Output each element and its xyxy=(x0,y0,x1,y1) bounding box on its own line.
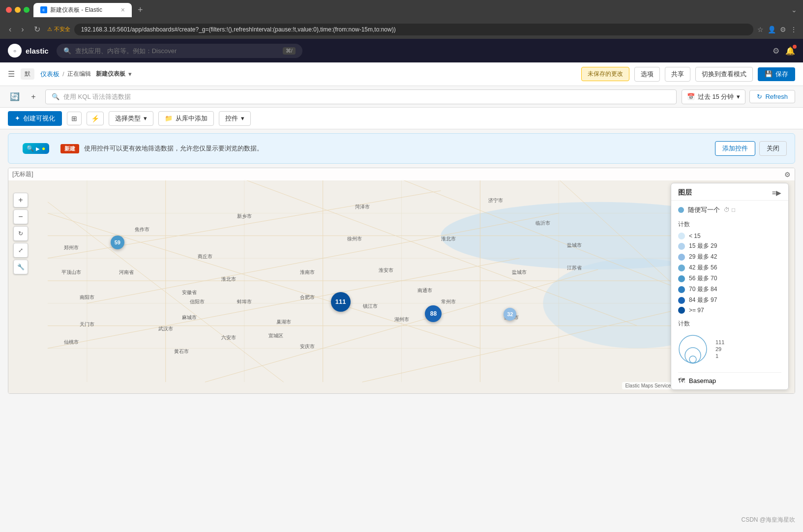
unsaved-changes-badge: 未保存的更改 xyxy=(581,67,629,81)
count-item-4: 56 最多 70 xyxy=(678,274,781,283)
rotate-btn[interactable]: ↻ xyxy=(13,226,28,241)
options-btn[interactable]: 选项 xyxy=(634,67,660,82)
count-item-3: 42 最多 56 xyxy=(678,264,781,272)
count-item-1: 15 最多 29 xyxy=(678,242,781,250)
create-visualization-btn[interactable]: ✦ 创建可视化 xyxy=(8,111,62,126)
tab-overflow-btn[interactable]: ⌄ xyxy=(791,6,797,14)
controls-banner: 🔍 ▶ ● 新建 使用控件可以更有效地筛选数据，允许您仅显示要浏览的数据。 添加… xyxy=(8,133,795,164)
count-label-5: 70 最多 84 xyxy=(689,285,717,294)
svg-text:天门市: 天门市 xyxy=(80,322,94,327)
svg-text:镇江市: 镇江市 xyxy=(362,303,378,309)
forward-btn[interactable]: › xyxy=(18,23,27,36)
global-search-input[interactable] xyxy=(75,47,279,55)
security-label: 不安全 xyxy=(54,26,70,33)
tab-close-btn[interactable]: × xyxy=(121,6,125,14)
notifications-icon[interactable]: 🔔 xyxy=(785,46,795,56)
breadcrumb-chevron[interactable]: ▾ xyxy=(128,70,132,78)
map-title-bar: [无标题] ⚙ xyxy=(8,168,795,180)
cluster-marker-111[interactable]: 111 xyxy=(331,292,351,312)
close-window-btn[interactable] xyxy=(6,7,12,13)
bookmark-icon[interactable]: ☆ xyxy=(757,26,764,33)
browser-tab[interactable]: E 新建仪表板 - Elastic × xyxy=(33,3,132,17)
svg-text:仙桃市: 仙桃市 xyxy=(64,339,79,345)
svg-text:安徽省: 安徽省 xyxy=(182,290,197,295)
expand-btn[interactable]: ⤢ xyxy=(13,243,28,258)
link-btn[interactable]: ⚡ xyxy=(87,112,104,125)
svg-text:武汉市: 武汉市 xyxy=(158,326,173,331)
legend-panel: 图层 ≡▶ 随便写一个 ⏱ □ 计数 < 15 15 最多 29 xyxy=(671,183,789,390)
count-label-3: 42 最多 56 xyxy=(689,264,717,272)
elastic-logo[interactable]: ○ elastic xyxy=(8,44,49,58)
zoom-in-btn[interactable]: + xyxy=(13,193,28,207)
breadcrumb-dashboards-link[interactable]: 仪表板 xyxy=(40,70,59,79)
svg-text:河南省: 河南省 xyxy=(119,269,134,275)
bubble-section: 计数 111 29 1 xyxy=(678,320,781,366)
save-btn[interactable]: 💾 保存 xyxy=(758,67,795,81)
select-type-label: 选择类型 xyxy=(115,114,141,123)
panel-settings-btn[interactable]: ⚙ xyxy=(784,171,791,178)
maximize-window-btn[interactable] xyxy=(24,7,30,13)
save-label: 保存 xyxy=(775,70,788,79)
from-library-btn[interactable]: 📁 从库中添加 xyxy=(158,111,214,126)
zoom-out-btn[interactable]: − xyxy=(13,209,28,224)
select-type-btn[interactable]: 选择类型 ▾ xyxy=(109,111,153,126)
time-chevron: ▾ xyxy=(737,93,740,100)
controls-btn[interactable]: 控件 ▾ xyxy=(219,111,251,126)
default-space-badge: 默 xyxy=(21,68,34,80)
svg-point-64 xyxy=(679,335,707,363)
back-btn[interactable]: ‹ xyxy=(6,23,14,36)
window-controls xyxy=(6,7,30,13)
legend-menu-btn[interactable]: ≡▶ xyxy=(772,189,781,197)
editing-label: 正在编辑 xyxy=(67,70,91,78)
layer-name: 随便写一个 xyxy=(688,206,720,214)
refresh-btn[interactable]: ↻ Refresh xyxy=(749,90,795,103)
search-icon: 🔍 xyxy=(52,93,59,100)
extension-icon[interactable]: ⚙ xyxy=(780,26,786,33)
add-filter-btn[interactable]: + xyxy=(27,90,40,104)
elastic-search-bar[interactable]: 🔍 ⌘/ xyxy=(57,44,302,58)
svg-text:江苏省: 江苏省 xyxy=(567,265,582,270)
hamburger-menu-btn[interactable]: ☰ xyxy=(8,69,15,79)
kql-filter-input[interactable]: 🔍 使用 KQL 语法筛选数据 xyxy=(45,89,677,104)
map-panel: [无标题] ⚙ xyxy=(8,168,795,394)
address-icons: ☆ 👤 ⚙ ⋮ xyxy=(757,26,797,33)
filter-bar: 🔄 + 🔍 使用 KQL 语法筛选数据 📅 过去 15 分钟 ▾ ↻ Refre… xyxy=(0,86,803,108)
svg-text:蚌埠市: 蚌埠市 xyxy=(237,299,252,304)
minimize-window-btn[interactable] xyxy=(15,7,21,13)
count-dot-2 xyxy=(678,254,685,261)
svg-text:黄石市: 黄石市 xyxy=(174,349,189,354)
close-banner-btn[interactable]: 关闭 xyxy=(759,141,787,156)
menu-icon[interactable]: ⋮ xyxy=(790,26,797,33)
svg-text:合肥市: 合肥市 xyxy=(300,295,315,300)
browser-chrome: E 新建仪表板 - Elastic × + ⌄ xyxy=(0,0,803,20)
svg-text:淮北市: 淮北市 xyxy=(441,236,456,241)
chevron-down-icon: ▾ xyxy=(144,115,147,122)
add-control-btn[interactable]: 添加控件 xyxy=(715,141,755,156)
refresh-icon: ↻ xyxy=(757,93,762,100)
clock-icon: ⏱ xyxy=(724,207,730,213)
filter-right: 📅 过去 15 分钟 ▾ ↻ Refresh xyxy=(682,89,795,104)
profile-icon[interactable]: 👤 xyxy=(768,26,776,33)
reload-btn[interactable]: ↻ xyxy=(31,23,43,36)
svg-text:南通市: 南通市 xyxy=(417,288,432,293)
svg-point-66 xyxy=(689,356,696,363)
create-viz-label: 创建可视化 xyxy=(23,114,55,123)
filter-actions-btn[interactable]: 🔄 xyxy=(8,90,22,104)
switch-mode-btn[interactable]: 切换到查看模式 xyxy=(695,67,753,82)
count-dot-0 xyxy=(678,233,685,239)
svg-text:淮安市: 淮安市 xyxy=(379,267,393,273)
settings-icon[interactable]: ⚙ xyxy=(773,46,779,56)
new-tab-btn[interactable]: + xyxy=(136,3,145,17)
share-btn[interactable]: 共享 xyxy=(665,67,690,82)
bubble-svg xyxy=(678,332,708,366)
count-item-5: 70 最多 84 xyxy=(678,285,781,294)
layout-grid-btn[interactable]: ⊞ xyxy=(67,112,82,125)
time-picker[interactable]: 📅 过去 15 分钟 ▾ xyxy=(682,89,746,104)
tools-btn[interactable]: 🔧 xyxy=(13,260,28,274)
svg-text:济宁市: 济宁市 xyxy=(488,198,503,203)
count-items: < 15 15 最多 29 29 最多 42 42 最多 56 56 最多 70 xyxy=(678,233,781,314)
banner-actions: 添加控件 关闭 xyxy=(715,141,787,156)
search-icon: 🔍 xyxy=(63,47,71,55)
controls-label: 控件 xyxy=(225,114,238,123)
address-input[interactable] xyxy=(74,24,753,35)
